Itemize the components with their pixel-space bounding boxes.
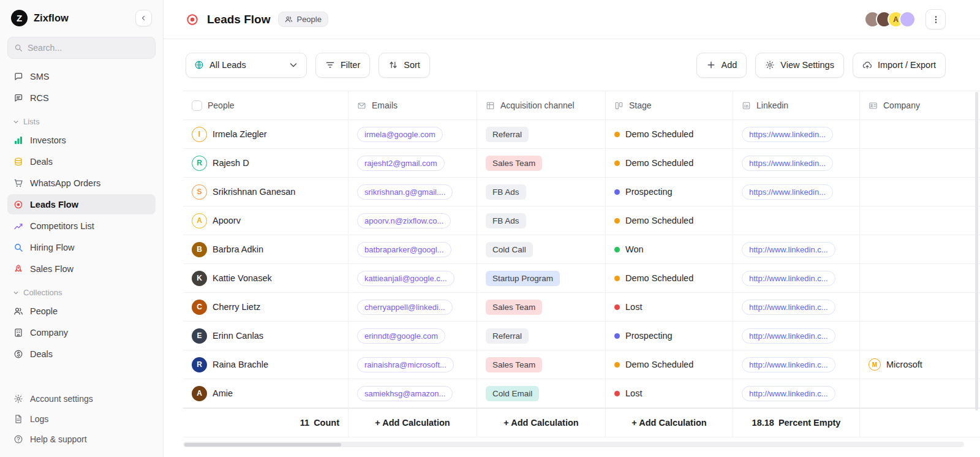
sidebar-footer-item-logs[interactable]: Logs xyxy=(7,409,156,428)
people-cell[interactable]: CCherry Lietz xyxy=(183,293,349,321)
view-settings-button[interactable]: View Settings xyxy=(755,53,844,78)
sidebar-footer-item-help-support[interactable]: Help & support xyxy=(7,429,156,448)
channel-cell[interactable]: FB Ads xyxy=(477,206,606,235)
company-cell[interactable] xyxy=(860,322,980,350)
company-cell[interactable] xyxy=(860,206,980,235)
company-cell[interactable] xyxy=(860,120,980,148)
select-all-checkbox[interactable] xyxy=(192,100,202,111)
people-cell[interactable]: BBarbra Adkin xyxy=(183,235,349,263)
sidebar-item-people[interactable]: People xyxy=(7,301,156,321)
sidebar-item-deals[interactable]: Deals xyxy=(7,344,156,364)
email-cell[interactable]: batbraparker@googl... xyxy=(349,235,477,263)
sidebar-item-rcs[interactable]: RCS xyxy=(7,88,156,108)
stage-cell[interactable]: Won xyxy=(606,235,733,263)
linkedin-cell[interactable]: http://www.linkedin.c... xyxy=(733,235,860,263)
channel-cell[interactable]: Referral xyxy=(477,322,606,350)
more-options-button[interactable] xyxy=(925,9,946,29)
filter-button[interactable]: Filter xyxy=(315,53,370,78)
linkedin-cell[interactable]: https://www.linkedin... xyxy=(733,178,860,206)
email-link[interactable]: apoorv.n@zixflow.co... xyxy=(357,213,451,228)
people-cell[interactable]: RRajesh D xyxy=(183,149,349,177)
email-link[interactable]: rainaishra@microsoft... xyxy=(357,357,454,372)
sidebar-item-leads-flow[interactable]: Leads Flow xyxy=(7,194,156,214)
column-header-stage[interactable]: Stage xyxy=(606,91,733,119)
people-cell[interactable]: KKattie Vonasek xyxy=(183,264,349,292)
sort-button[interactable]: Sort xyxy=(379,53,430,78)
linkedin-link[interactable]: https://www.linkedin... xyxy=(742,184,833,200)
stage-cell[interactable]: Demo Scheduled xyxy=(606,206,733,235)
stage-cell[interactable]: Demo Scheduled xyxy=(606,120,733,148)
company-cell[interactable] xyxy=(860,264,980,292)
email-link[interactable]: batbraparker@googl... xyxy=(357,242,451,257)
linkedin-link[interactable]: https://www.linkedin... xyxy=(742,127,833,142)
email-link[interactable]: rajesht2@gmail.com xyxy=(357,156,445,171)
sidebar-item-whatsapp-orders[interactable]: WhatsApp Orders xyxy=(7,173,156,193)
company-cell[interactable]: MMicrosoft xyxy=(860,350,980,379)
add-calculation-stage[interactable]: + Add Calculation xyxy=(606,409,733,437)
company-cell[interactable] xyxy=(860,293,980,321)
channel-cell[interactable]: Cold Call xyxy=(477,235,606,263)
stage-cell[interactable]: Demo Scheduled xyxy=(606,350,733,379)
email-cell[interactable]: samiekhsg@amazon... xyxy=(349,379,477,407)
stage-cell[interactable]: Prospecting xyxy=(606,322,733,350)
linkedin-link[interactable]: http://www.linkedin.c... xyxy=(742,357,835,372)
linkedin-cell[interactable] xyxy=(733,206,860,235)
linkedin-cell[interactable]: http://www.linkedin.c... xyxy=(733,350,860,379)
linkedin-link[interactable]: http://www.linkedin.c... xyxy=(742,242,835,257)
channel-cell[interactable]: Startup Program xyxy=(477,264,606,292)
linkedin-link[interactable]: http://www.linkedin.c... xyxy=(742,386,835,401)
sidebar-item-competitors-list[interactable]: Competitors List xyxy=(7,216,156,236)
column-header-people[interactable]: People xyxy=(183,91,349,119)
email-link[interactable]: erinndt@google.com xyxy=(357,328,445,344)
channel-cell[interactable]: Referral xyxy=(477,120,606,148)
people-cell[interactable]: EErinn Canlas xyxy=(183,322,349,350)
linkedin-cell[interactable]: http://www.linkedin.c... xyxy=(733,379,860,407)
email-cell[interactable]: cherryappell@linkedi... xyxy=(349,293,477,321)
email-cell[interactable]: kattieanjali@google.c... xyxy=(349,264,477,292)
channel-cell[interactable]: FB Ads xyxy=(477,178,606,206)
stage-cell[interactable]: Demo Scheduled xyxy=(606,264,733,292)
linkedin-cell[interactable]: https://www.linkedin... xyxy=(733,149,860,177)
email-cell[interactable]: srikrishnan.g@gmail.... xyxy=(349,178,477,206)
sidebar-item-sales-flow[interactable]: Sales Flow xyxy=(7,259,156,279)
search-box[interactable] xyxy=(7,37,156,59)
channel-cell[interactable]: Cold Email xyxy=(477,379,606,407)
email-link[interactable]: samiekhsg@amazon... xyxy=(357,386,453,401)
count-cell[interactable]: 11 Count xyxy=(183,409,349,437)
percent-empty-cell[interactable]: 18.18 Percent Empty xyxy=(733,409,860,437)
email-link[interactable]: kattieanjali@google.c... xyxy=(357,271,454,286)
linkedin-cell[interactable]: http://www.linkedin.c... xyxy=(733,322,860,350)
email-cell[interactable]: rajesht2@gmail.com xyxy=(349,149,477,177)
import-export-button[interactable]: Import / Export xyxy=(853,53,946,78)
collection-badge[interactable]: People xyxy=(278,12,328,27)
add-calculation-emails[interactable]: + Add Calculation xyxy=(349,409,477,437)
email-cell[interactable]: irmela@google.com xyxy=(349,120,477,148)
email-link[interactable]: cherryappell@linkedi... xyxy=(357,300,453,315)
linkedin-cell[interactable]: https://www.linkedin... xyxy=(733,120,860,148)
people-cell[interactable]: SSrikrishnan Ganesan xyxy=(183,178,349,206)
email-cell[interactable]: rainaishra@microsoft... xyxy=(349,350,477,379)
horizontal-scrollbar-thumb[interactable] xyxy=(184,443,341,447)
channel-cell[interactable]: Sales Team xyxy=(477,149,606,177)
sidebar-item-company[interactable]: Company xyxy=(7,322,156,342)
people-cell[interactable]: AApoorv xyxy=(183,206,349,235)
email-link[interactable]: irmela@google.com xyxy=(357,127,443,142)
sidebar-item-hiring-flow[interactable]: Hiring Flow xyxy=(7,237,156,257)
linkedin-cell[interactable]: http://www.linkedin.c... xyxy=(733,264,860,292)
column-header-acquisition-channel[interactable]: Acquisition channel xyxy=(477,91,606,119)
stage-cell[interactable]: Prospecting xyxy=(606,178,733,206)
add-calculation-channel[interactable]: + Add Calculation xyxy=(477,409,606,437)
company-cell[interactable] xyxy=(860,235,980,263)
sidebar-item-investors[interactable]: Investors xyxy=(7,130,156,150)
linkedin-link[interactable]: https://www.linkedin... xyxy=(742,156,833,171)
linkedin-link[interactable]: http://www.linkedin.c... xyxy=(742,300,835,315)
sidebar-collapse-button[interactable] xyxy=(135,10,152,26)
vertical-scrollbar-thumb[interactable] xyxy=(975,92,978,410)
stage-cell[interactable]: Lost xyxy=(606,293,733,321)
search-input[interactable] xyxy=(28,43,149,53)
linkedin-link[interactable]: http://www.linkedin.c... xyxy=(742,328,835,344)
avatar[interactable] xyxy=(899,11,916,28)
sidebar-footer-item-account-settings[interactable]: Account settings xyxy=(7,389,156,408)
column-header-emails[interactable]: Emails xyxy=(349,91,477,119)
company-cell[interactable] xyxy=(860,149,980,177)
